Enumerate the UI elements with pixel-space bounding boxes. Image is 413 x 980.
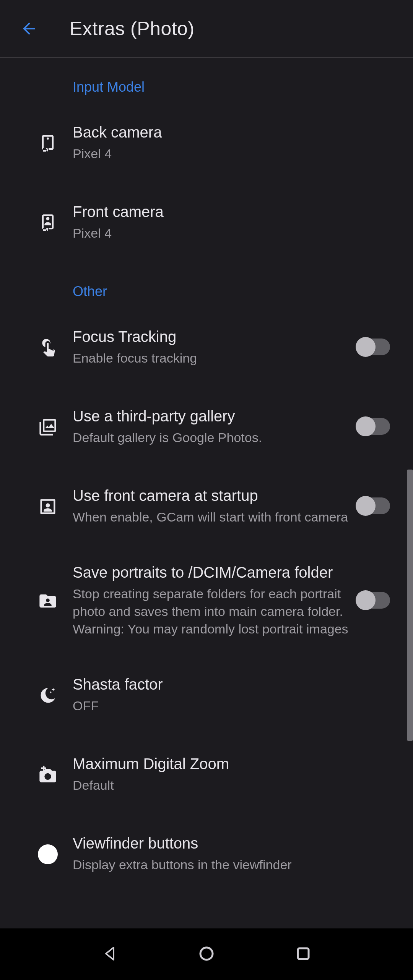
row-third-party-gallery[interactable]: Use a third-party gallery Default galler… (0, 387, 413, 466)
third-party-gallery-toggle[interactable] (356, 418, 390, 435)
page-title: Extras (Photo) (70, 18, 195, 40)
portrait-icon (38, 497, 58, 517)
row-back-camera[interactable]: Back camera Pixel 4 (0, 103, 413, 182)
viewfinder-buttons-subtitle: Display extra buttons in the viewfinder (73, 856, 390, 874)
nav-home-button[interactable] (197, 944, 216, 964)
front-on-start-toggle[interactable] (356, 497, 390, 514)
arrow-back-icon (20, 19, 38, 38)
max-zoom-subtitle: Default (73, 777, 390, 794)
nav-back-button[interactable] (101, 944, 119, 964)
front-on-start-subtitle: When enable, GCam will start with front … (73, 509, 349, 526)
moon-stars-icon (38, 685, 58, 705)
row-front-on-start[interactable]: Use front camera at startup When enable,… (0, 466, 413, 546)
viewfinder-buttons-title: Viewfinder buttons (73, 833, 390, 853)
nav-back-icon (101, 944, 119, 963)
nav-recents-button[interactable] (294, 944, 312, 964)
front-on-start-title: Use front camera at startup (73, 486, 349, 505)
focus-tracking-toggle[interactable] (356, 339, 390, 355)
camera-plus-icon (38, 765, 58, 785)
save-portraits-toggle[interactable] (356, 592, 390, 609)
back-button[interactable] (15, 15, 43, 42)
svg-rect-1 (298, 948, 309, 959)
focus-tracking-subtitle: Enable focus tracking (73, 350, 349, 367)
system-nav-bar (0, 928, 413, 980)
app-bar: Extras (Photo) (0, 0, 413, 58)
shasta-subtitle: OFF (73, 697, 390, 715)
focus-tracking-title: Focus Tracking (73, 327, 349, 347)
front-camera-subtitle: Pixel 4 (73, 225, 390, 242)
nav-recents-icon (294, 944, 312, 963)
save-portraits-title: Save portraits to /DCIM/Camera folder (73, 562, 349, 582)
settings-content: Input Model Back camera Pixel 4 Front ca… (0, 58, 413, 928)
shasta-title: Shasta factor (73, 674, 390, 694)
third-party-gallery-subtitle: Default gallery is Google Photos. (73, 429, 349, 447)
section-input-model: Input Model (0, 58, 413, 103)
third-party-gallery-title: Use a third-party gallery (73, 406, 349, 426)
back-camera-subtitle: Pixel 4 (73, 145, 390, 163)
row-viewfinder-buttons[interactable]: Viewfinder buttons Display extra buttons… (0, 814, 413, 893)
gallery-icon (38, 417, 58, 437)
row-max-zoom[interactable]: Maximum Digital Zoom Default (0, 734, 413, 814)
row-focus-tracking[interactable]: Focus Tracking Enable focus tracking (0, 307, 413, 387)
camera-front-icon (38, 213, 58, 233)
circle-icon (38, 844, 58, 864)
row-save-portraits[interactable]: Save portraits to /DCIM/Camera folder St… (0, 546, 413, 655)
row-shasta[interactable]: Shasta factor OFF (0, 655, 413, 734)
front-camera-title: Front camera (73, 202, 390, 222)
section-other: Other (0, 262, 413, 307)
scrollbar[interactable] (407, 470, 413, 741)
nav-home-icon (197, 944, 216, 963)
back-camera-title: Back camera (73, 122, 390, 142)
camera-rear-icon (38, 133, 58, 153)
touch-icon (38, 338, 58, 358)
folder-person-icon (38, 591, 58, 611)
svg-point-0 (200, 948, 213, 960)
row-front-camera[interactable]: Front camera Pixel 4 (0, 182, 413, 262)
save-portraits-subtitle: Stop creating separate folders for each … (73, 585, 349, 638)
max-zoom-title: Maximum Digital Zoom (73, 754, 390, 774)
